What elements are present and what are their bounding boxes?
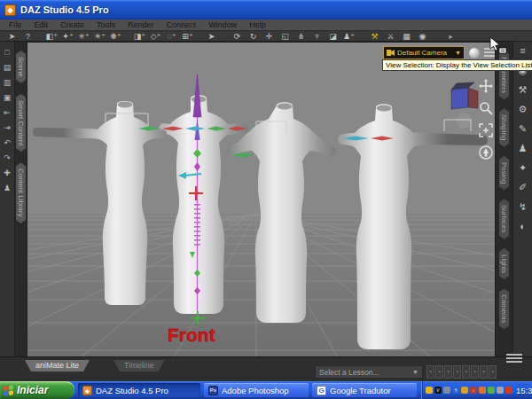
figure-icon[interactable]: ♟	[4, 183, 11, 193]
add-figure-icon[interactable]: ✚	[4, 168, 11, 178]
menu-item[interactable]: Create	[54, 20, 90, 29]
new-spotlight-icon[interactable]: ✦⁺	[61, 31, 74, 42]
right-tool-strip: ≡◉⚒⚙✎♟✦✐↯◐	[512, 42, 532, 356]
import-icon[interactable]: ⇤	[4, 107, 11, 118]
antivirus-v-tray-icon[interactable]: V	[434, 387, 442, 394]
scale-tool-icon[interactable]: ◱	[278, 31, 292, 42]
right-dock-tab[interactable]: Cameras	[499, 288, 509, 329]
main-toolbar: ➤?◧⁺✦⁺✳⁺☀⁺❋⁺◨⁺◇⁺◌⁺⊞⁺➤⟳↻✛◱⋔▼◪♟⁺⚒⚔▦◉▸	[0, 31, 532, 42]
security-shield-tray-icon[interactable]	[426, 387, 433, 394]
draw-style-button[interactable]	[467, 46, 481, 59]
more-tools-icon[interactable]: ▸	[444, 31, 458, 42]
active-pose-icon[interactable]: ⟳	[231, 31, 244, 42]
playback-button[interactable]: ▪	[489, 365, 497, 379]
playback-button[interactable]: ▪	[444, 365, 452, 379]
task-label: Adobe Photoshop	[222, 386, 289, 395]
panel-menu-icon[interactable]: ≡	[520, 45, 525, 57]
paint-icon[interactable]: ✎	[519, 123, 527, 135]
new-group-icon[interactable]: ◌⁺	[165, 31, 178, 42]
right-dock-tab[interactable]: Shaping	[499, 108, 509, 146]
redo-icon[interactable]: ↷	[4, 153, 11, 163]
whats-this-icon[interactable]: ?	[21, 31, 35, 42]
badge-tray-icon[interactable]	[461, 387, 468, 394]
lesson-dropdown[interactable]: Select a Lesson... ▼	[315, 365, 423, 379]
device-tray-icon[interactable]	[497, 387, 504, 394]
playback-button[interactable]: ▪	[453, 365, 461, 379]
new-distant-light-icon[interactable]: ☀⁺	[93, 31, 106, 42]
menu-item[interactable]: Tools	[90, 20, 121, 29]
save-file-icon[interactable]: ▣	[4, 92, 12, 103]
universal-select-icon[interactable]: ➤	[205, 31, 218, 42]
orbit-icon[interactable]	[479, 145, 493, 160]
browser-tray-icon[interactable]	[479, 387, 486, 394]
camera-selector[interactable]: Default Camera ▼	[383, 46, 465, 59]
settings-gears-icon[interactable]: ⚙	[519, 104, 528, 115]
new-camera-icon[interactable]: ◧⁺	[45, 31, 59, 42]
daz-app-icon: ◈	[4, 4, 16, 16]
wireframe-icon[interactable]: ▼	[310, 31, 324, 42]
mouse-cursor	[489, 37, 507, 59]
menu-item[interactable]: Edit	[28, 20, 55, 29]
tool-options-icon[interactable]: ⚒	[519, 84, 528, 96]
globe-icon[interactable]: ◐	[520, 221, 526, 232]
bone-tool-icon[interactable]: ⋔	[294, 31, 308, 42]
help-pointer-icon[interactable]: ➤	[5, 31, 19, 42]
magnify-icon[interactable]	[479, 101, 493, 115]
right-dock-tab[interactable]: Surfaces	[499, 199, 509, 239]
undo-icon[interactable]: ↶	[4, 137, 11, 148]
key-icon[interactable]: ✦	[519, 162, 527, 174]
frame-icon[interactable]	[479, 123, 493, 137]
playback-button[interactable]: ▪	[462, 365, 470, 379]
playback-button[interactable]: ▪	[435, 365, 443, 379]
left-dock-tab[interactable]: Smart Content	[16, 94, 26, 153]
menu-item[interactable]: Render	[121, 20, 160, 29]
menu-item[interactable]: Connect	[160, 20, 203, 29]
new-point-light-icon[interactable]: ✳⁺	[77, 31, 90, 42]
messenger-tray-icon[interactable]	[505, 387, 512, 394]
lesson-list-icon[interactable]	[506, 354, 522, 364]
new-primitive-icon[interactable]: ⊞⁺	[181, 31, 194, 42]
menu-item[interactable]: Window	[202, 20, 243, 29]
tab-animate-lite[interactable]: aniMate Lite	[25, 360, 90, 372]
rotate-tool-icon[interactable]: ↻	[246, 31, 260, 42]
network-globe-tray-icon[interactable]	[443, 387, 450, 394]
surface-tool-icon[interactable]: ◪	[326, 31, 340, 42]
battery-tray-icon[interactable]	[488, 387, 495, 394]
figure-setup-icon[interactable]: ♟⁺	[342, 31, 356, 42]
left-dock-tab[interactable]: Content Library	[16, 162, 26, 223]
task-photoshop[interactable]: Ps Adobe Photoshop	[204, 383, 309, 397]
task-daz-studio[interactable]: ◈ DAZ Studio 4.5 Pro	[78, 383, 200, 397]
pan-icon[interactable]	[479, 79, 493, 93]
merge-file-icon[interactable]: ▥	[4, 77, 12, 88]
viewport[interactable]: Front	[27, 42, 495, 356]
open-file-icon[interactable]: ▤	[4, 62, 12, 73]
muscle-icon[interactable]: ↯	[519, 201, 527, 213]
viewport-nav-controls	[479, 79, 493, 160]
left-dock-tab[interactable]: Scene	[16, 51, 26, 83]
menu-item[interactable]: Help	[243, 20, 272, 29]
keyframe-icon[interactable]: ▦	[400, 31, 413, 42]
new-null-icon[interactable]: ◇⁺	[149, 31, 162, 42]
joint-editor-icon[interactable]: ⚒	[368, 31, 381, 42]
updater-bolt-tray-icon[interactable]: ϟ	[452, 387, 459, 394]
playback-button[interactable]: ▪	[471, 365, 479, 379]
menu-item[interactable]: File	[3, 20, 28, 29]
render-icon[interactable]: ◉	[416, 31, 429, 42]
camera-view-icon[interactable]: ◨⁺	[133, 31, 146, 42]
right-dock-tab[interactable]: Posing	[499, 156, 509, 190]
viewport-canvas[interactable]: Front	[27, 43, 496, 357]
volume-tray-icon[interactable]: ♪	[470, 387, 477, 394]
pencil-icon[interactable]: ✐	[519, 182, 527, 193]
export-icon[interactable]: ⇥	[4, 122, 11, 133]
new-spray-icon[interactable]: ❋⁺	[109, 31, 122, 42]
right-dock-tab[interactable]: Lights	[499, 248, 509, 279]
task-google-tradutor[interactable]: G Google Tradutor	[312, 383, 417, 397]
posing-figure-icon[interactable]: ♟	[519, 143, 528, 154]
start-button[interactable]: Iniciar	[0, 381, 74, 399]
weight-map-icon[interactable]: ⚔	[384, 31, 397, 42]
translate-tool-icon[interactable]: ✛	[262, 31, 276, 42]
playback-button[interactable]: ▪	[426, 365, 434, 379]
playback-button[interactable]: ▪	[480, 365, 488, 379]
new-file-icon[interactable]: □	[4, 47, 9, 58]
tab-timeline[interactable]: Timeline	[113, 360, 165, 372]
